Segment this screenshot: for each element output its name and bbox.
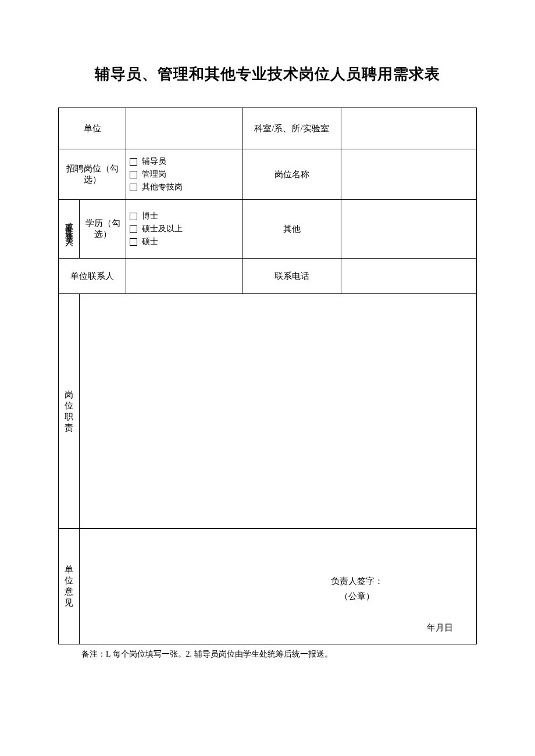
cb-label: 管理岗 xyxy=(142,169,166,180)
footnote: 备注：L 每个岗位填写一张。2. 辅导员岗位由学生处统筹后统一报送。 xyxy=(58,649,477,660)
checkbox-icon[interactable] xyxy=(130,238,137,246)
field-contact[interactable] xyxy=(126,259,242,294)
field-opinion[interactable]: 负责人签字： （公章） 年月日 xyxy=(80,529,477,644)
cb-label: 硕士及以上 xyxy=(142,224,183,234)
page-title: 辅导员、管理和其他专业技术岗位人员聘用需求表 xyxy=(58,64,477,84)
cb-label: 博士 xyxy=(142,211,158,221)
field-duties[interactable] xyxy=(80,294,477,529)
field-unit[interactable] xyxy=(126,108,242,149)
checkbox-group-education[interactable]: 博士 硕士及以上 硕士 xyxy=(126,200,242,259)
label-duties: 岗位职责 xyxy=(59,294,80,529)
label-basic-req: 人员基本条件要求 xyxy=(59,200,80,259)
field-position-name[interactable] xyxy=(341,149,477,200)
label-seal: （公章） xyxy=(331,589,383,604)
label-date: 年月日 xyxy=(427,622,453,633)
checkbox-icon[interactable] xyxy=(130,158,137,166)
field-dept[interactable] xyxy=(341,108,477,149)
cb-label: 辅导员 xyxy=(142,156,166,167)
label-opinion: 单位意见 xyxy=(59,529,80,644)
label-sign: 负责人签字： xyxy=(331,574,383,589)
checkbox-icon[interactable] xyxy=(130,213,137,220)
label-education: 学历（勾选） xyxy=(80,200,126,259)
form-table: 单位 科室/系、所/实验室 招聘岗位（勾选） 辅导员 管理岗 其他专技岗 岗位名… xyxy=(58,108,477,644)
label-unit: 单位 xyxy=(59,108,126,149)
field-phone[interactable] xyxy=(341,259,477,294)
checkbox-icon[interactable] xyxy=(130,184,137,191)
cb-label: 其他专技岗 xyxy=(142,182,183,192)
label-phone: 联系电话 xyxy=(242,259,341,294)
field-other[interactable] xyxy=(341,200,477,259)
label-dept: 科室/系、所/实验室 xyxy=(242,108,341,149)
label-other: 其他 xyxy=(242,200,341,259)
label-recruit-position: 招聘岗位（勾选） xyxy=(59,149,126,200)
label-contact: 单位联系人 xyxy=(59,259,126,294)
checkbox-icon[interactable] xyxy=(130,225,137,233)
checkbox-group-position[interactable]: 辅导员 管理岗 其他专技岗 xyxy=(126,149,242,200)
checkbox-icon[interactable] xyxy=(130,171,137,178)
cb-label: 硕士 xyxy=(142,237,158,247)
label-position-name: 岗位名称 xyxy=(242,149,341,200)
